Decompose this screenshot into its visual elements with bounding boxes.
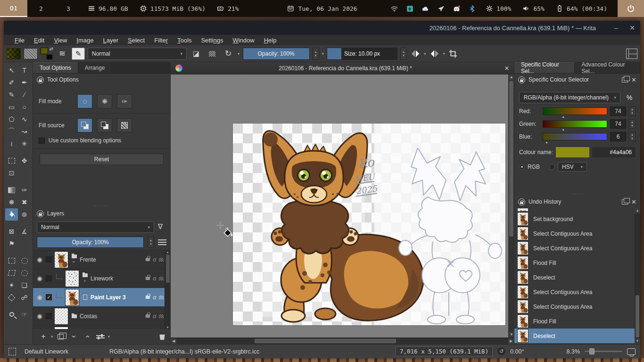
inherit-alpha-icon[interactable] [159, 296, 164, 299]
rgb-radio[interactable] [519, 164, 525, 170]
preserve-alpha-icon[interactable] [206, 48, 219, 60]
move-layer-down-button[interactable]: › [68, 331, 80, 342]
subwindow-close-icon[interactable]: ✕ [504, 65, 509, 72]
menu-settings[interactable]: Settings [197, 37, 227, 44]
tab-arrange[interactable]: Arrange [78, 62, 112, 73]
mirror-vertical-dropdown-icon[interactable]: ▾ [443, 51, 446, 56]
layer-active-checkbox[interactable] [46, 313, 52, 319]
inherit-alpha-icon[interactable] [159, 258, 164, 262]
brush-presets-icon[interactable]: ≋ [56, 48, 69, 60]
undo-row[interactable]: Deselect [514, 329, 640, 343]
zoom-percent[interactable]: 8.3% [567, 348, 580, 355]
tool-pattern-edit[interactable]: ❋ [5, 196, 18, 208]
colorspace-select[interactable]: RGB/Alpha (8-bit integer/channel)▾ [519, 92, 620, 103]
tool-select-shapes[interactable]: ↖ [5, 64, 18, 76]
tool-edit-shapes[interactable]: ✐ [5, 76, 18, 89]
layer-row-base[interactable]: ◉›Baseα [33, 326, 170, 329]
menu-select[interactable]: Select [124, 37, 149, 44]
percent-toggle[interactable]: % [623, 94, 636, 101]
alpha-lock-icon[interactable]: α [153, 313, 156, 320]
opacity-slider[interactable]: Opacity: 100% [243, 48, 310, 60]
tool-colour-sampler[interactable]: ✑ [18, 184, 31, 196]
cloud-icon[interactable] [421, 5, 429, 13]
tool-similar-select[interactable]: ✴ [5, 279, 18, 291]
close-docker-icon[interactable]: ✕ [631, 198, 636, 206]
tool-pan[interactable]: ☞ [18, 308, 31, 321]
fill-source-pattern-button[interactable] [117, 118, 132, 132]
gradient-chooser[interactable] [7, 48, 21, 59]
reload-preset-icon[interactable]: ↻ [222, 48, 235, 60]
fit-screen-icon[interactable] [627, 348, 636, 355]
inherit-alpha-icon[interactable] [159, 277, 164, 280]
discord-icon[interactable] [453, 5, 461, 13]
bluetooth-icon[interactable] [468, 5, 476, 13]
specific-colour-selector-header[interactable]: Specific Colour Selector ✕ [514, 74, 640, 86]
green-value[interactable]: 74 [610, 119, 626, 129]
red-value[interactable]: 74 [610, 107, 626, 116]
undo-row[interactable]: Flood Fill [514, 314, 640, 329]
layer-active-checkbox[interactable] [46, 256, 52, 263]
fill-source-fg-button[interactable] [77, 118, 92, 132]
mirror-horizontal-dropdown-icon[interactable]: ▾ [424, 51, 426, 56]
layer-blending-select[interactable]: Normal▾ [37, 222, 154, 233]
colour-hex[interactable]: #4a4a06 [592, 147, 636, 157]
tool-gradient[interactable] [5, 184, 18, 196]
tool-text[interactable]: T [18, 64, 31, 76]
tab-advanced-colour-selector[interactable]: Advanced Colour Sel... [575, 62, 640, 73]
tool-options-header[interactable]: Tool Options [33, 74, 170, 86]
layer-row-paint-layer-3[interactable]: ◉✓Paint Layer 3α [33, 288, 170, 307]
visibility-eye-icon[interactable]: ◉ [36, 275, 43, 282]
current-brush-preset[interactable]: Default Linework [25, 348, 105, 355]
layer-row-costas[interactable]: ◉Costasα [33, 307, 170, 326]
canvas-hscrollbar[interactable]: ◀ ▶ [171, 337, 514, 344]
tool-polygon[interactable]: ⬠ [5, 113, 18, 125]
trim-icon[interactable] [448, 49, 458, 59]
tool-similar-colour-select[interactable]: ❏ [18, 279, 31, 291]
hsv-select[interactable]: HSV▾ [558, 162, 587, 172]
add-layer-button[interactable]: + [38, 331, 49, 342]
menu-image[interactable]: Image [72, 37, 98, 44]
float-docker-icon[interactable] [622, 77, 628, 82]
brush-editor-icon[interactable]: ✎ [72, 48, 85, 60]
tool-ellipse[interactable]: ○ [18, 101, 31, 113]
close-docker-icon[interactable]: ✕ [631, 76, 636, 83]
alpha-lock-icon[interactable]: α [153, 294, 156, 301]
visibility-eye-icon[interactable]: ◉ [36, 256, 43, 263]
size-spinner[interactable]: ▴▾ [400, 48, 407, 60]
tool-crop[interactable]: ⊡ [5, 167, 18, 179]
filter-funnel-icon[interactable]: ∇ [158, 223, 166, 231]
tool-move[interactable]: ✥ [18, 155, 31, 167]
hsv-radio[interactable] [549, 164, 555, 170]
docker-splitter[interactable]: ······ [514, 192, 640, 196]
reload-dropdown-icon[interactable]: ▾ [238, 51, 240, 56]
layer-list-scrollbar[interactable]: ▲▼ [165, 250, 170, 329]
tool-dynamic-brush[interactable]: ≀ [5, 138, 18, 150]
layer-properties-dropdown-icon[interactable]: ▾ [108, 334, 110, 339]
layer-properties-button[interactable] [95, 331, 106, 342]
tool-assistants[interactable]: ⊠ [5, 225, 18, 238]
menu-view[interactable]: View [50, 37, 71, 44]
menu-edit[interactable]: Edit [30, 37, 49, 44]
green-spinner[interactable]: ▴▾ [629, 119, 636, 129]
workspace-3[interactable]: 3 [55, 0, 82, 17]
canvas-vscrollbar[interactable]: ▲ ▼ [508, 74, 514, 337]
tool-bezier-curve[interactable]: ⌒ [5, 125, 18, 138]
layers-header[interactable]: Layers [33, 207, 170, 220]
workspace-d1[interactable]: D1 [0, 0, 27, 17]
selection-display-icon[interactable] [8, 348, 16, 355]
opacity-spinner[interactable]: ▴▾ [313, 48, 319, 60]
zoom-slider[interactable] [585, 351, 622, 352]
menu-file[interactable]: File [10, 37, 29, 44]
tool-ellipse-select[interactable] [18, 255, 31, 267]
visibility-eye-icon[interactable]: ◉ [36, 294, 43, 301]
blending-mode-select[interactable]: Normal▾ [88, 48, 187, 60]
duplicate-layer-button[interactable] [55, 331, 66, 342]
tool-magnetic-select[interactable]: ☍ [18, 291, 31, 304]
tool-polygon-select[interactable] [5, 267, 18, 279]
tool-freehand-brush[interactable]: ✎ [5, 89, 18, 101]
undo-scrollbar[interactable]: ▲▼ [635, 208, 640, 344]
undo-row[interactable]: Select Contiguous Area [514, 299, 640, 314]
layer-lock-icon[interactable] [146, 296, 150, 299]
red-spinner[interactable]: ▴▾ [629, 107, 636, 116]
custom-blending-checkbox[interactable] [39, 138, 45, 144]
